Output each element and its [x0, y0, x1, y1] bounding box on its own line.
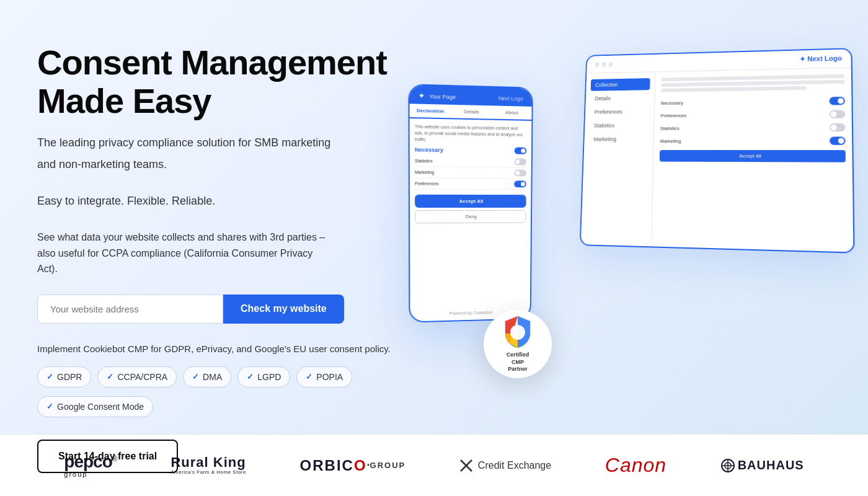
check-icon: ✓ [306, 372, 312, 381]
badge-lgpd: ✓ LGPD [237, 366, 290, 388]
compliance-badges-row2: ✓ Google Consent Mode [37, 396, 397, 417]
tablet-toggle-statistics: Statistics [660, 121, 846, 135]
credit-exchange-icon [459, 459, 473, 472]
phone-site-label: Your Page [429, 93, 456, 100]
website-checker: Check my website [37, 294, 397, 324]
phone-tabs: Declaration Details About [410, 104, 532, 121]
implement-text: Implement Cookiebot CMP for GDPR, ePriva… [37, 343, 397, 354]
tablet-nav-details[interactable]: Details [590, 92, 650, 104]
tablet-nav-marketing[interactable]: Marketing [589, 133, 649, 146]
tablet-text-lines [661, 74, 845, 92]
tagline2: and non-marketing teams. [37, 156, 397, 173]
badge-dma: ✓ DMA [183, 366, 231, 388]
badge-label-dma: DMA [203, 372, 222, 382]
preferences-toggle[interactable] [514, 181, 526, 188]
phone-necessary-section: Necessary Statistics Marketing Preferenc… [415, 146, 526, 190]
phone-necessary-title: Necessary [415, 146, 443, 153]
phone-logo-right: Next Logo [498, 95, 523, 102]
phone-section-header: Necessary [415, 146, 526, 154]
tablet-body: Collection Details Preferences Statistic… [581, 68, 853, 248]
check-icon: ✓ [46, 372, 53, 381]
tablet-main: Necessary Preferences Statistics Marketi… [652, 68, 853, 248]
check-icon: ✓ [46, 402, 53, 411]
dot1 [595, 62, 600, 67]
badge-popia: ✓ POPIA [296, 366, 352, 388]
phone-toggle-row1: Statistics [415, 156, 526, 168]
dot2 [601, 62, 606, 67]
toggle-label: Preferences [415, 182, 438, 186]
badge-label-gdpr: GDPR [57, 372, 82, 382]
tablet-toggle-marketing: Marketing [660, 134, 845, 148]
hero-title: Consent Management Made Easy [37, 43, 397, 120]
phone-mockup: ✦ Your Page Next Logo Declaration Detail… [408, 84, 533, 322]
badge-label-lgpd: LGPD [257, 372, 281, 382]
svg-point-0 [510, 325, 525, 340]
phone-logo: ✦ [418, 92, 424, 100]
logo-bauhaus: BAUHAUS [720, 458, 804, 473]
phone-toggle-row3: Preferences [415, 179, 526, 190]
check-icon: ✓ [192, 372, 199, 381]
marketing-toggle[interactable] [830, 136, 846, 144]
bauhaus-label: BAUHAUS [738, 458, 804, 472]
tab-about[interactable]: About [492, 105, 532, 120]
canon-text: Canon [605, 454, 666, 477]
bauhaus-text: BAUHAUS [720, 458, 804, 473]
preferences-toggle[interactable] [830, 110, 845, 118]
tablet-mockup: ✦ Next Logo Collection Details Preferenc… [580, 48, 855, 254]
compliance-badges-row1: ✓ GDPR ✓ CCPA/CPRA ✓ DMA ✓ LGPD ✓ POPIA [37, 366, 397, 388]
cmp-text: Certified CMP Partner [507, 352, 529, 373]
cmp-shield-icon [502, 315, 533, 349]
statistics-toggle[interactable] [514, 159, 526, 166]
toggle-label: Statistics [415, 159, 433, 163]
trial-button[interactable]: Start 14-day free trial [37, 440, 178, 473]
phone-toggle-row2: Marketing [415, 167, 526, 179]
necessary-toggle[interactable] [515, 148, 527, 154]
powered-by-label: Powered by Cookiebot [450, 310, 492, 316]
tablet-nav-statistics[interactable]: Statistics [589, 119, 649, 131]
badge-label-ccpa: CCPA/CPRA [117, 372, 167, 382]
phone-deny-button[interactable]: Deny [415, 210, 526, 223]
phone-header: ✦ Your Page Next Logo [409, 85, 531, 107]
tab-declaration[interactable]: Declaration [410, 104, 451, 119]
toggle-label: Necessary [661, 100, 683, 106]
necessary-toggle[interactable] [830, 97, 845, 105]
tablet-nav-collection[interactable]: Collection [591, 78, 650, 91]
check-icon: ✓ [107, 372, 113, 381]
tablet-toggle-preferences: Preferences [660, 107, 845, 122]
bauhaus-icon [720, 458, 735, 473]
toggle-label: Statistics [660, 126, 680, 131]
statistics-toggle[interactable] [830, 123, 846, 131]
credit-exchange-text: Credit Exchange [478, 460, 551, 471]
badge-gdpr: ✓ GDPR [37, 366, 91, 388]
logo-canon: Canon [605, 454, 666, 477]
tablet-dots [595, 62, 613, 67]
badge-google-consent: ✓ Google Consent Mode [37, 396, 153, 417]
tagline1: The leading privacy compliance solution … [37, 135, 397, 151]
phone-accept-all-button[interactable]: Accept All [415, 195, 526, 208]
toggle-label: Marketing [415, 170, 434, 175]
badge-ccpa: ✓ CCPA/CPRA [97, 366, 177, 388]
badge-label-popia: POPIA [316, 372, 343, 382]
tagline3: Easy to integrate. Flexible. Reliable. [37, 193, 397, 210]
toggle-label: Marketing [660, 138, 681, 144]
right-panel: ✦ Your Page Next Logo Declaration Detail… [384, 37, 831, 397]
check-icon: ✓ [247, 372, 254, 381]
phone-intro-text: This website uses cookies to personalize… [415, 123, 527, 144]
tab-details[interactable]: Details [451, 105, 492, 119]
tablet-accept-button[interactable]: Accept All [660, 150, 846, 162]
website-input[interactable] [37, 294, 223, 324]
left-panel: Consent Management Made Easy The leading… [37, 37, 397, 473]
badge-label-google: Google Consent Mode [57, 402, 144, 412]
text-line [661, 86, 807, 92]
check-website-button[interactable]: Check my website [223, 294, 344, 324]
tablet-logo: ✦ Next Logo [800, 55, 842, 64]
logo-credit-exchange: Credit Exchange [459, 459, 551, 472]
phone-body: This website uses cookies to personalize… [410, 118, 532, 229]
dot3 [608, 62, 613, 67]
toggle-label: Preferences [660, 113, 686, 118]
description: See what data your website collects and … [37, 229, 335, 277]
tablet-nav-preferences[interactable]: Preferences [590, 105, 650, 118]
marketing-toggle[interactable] [514, 170, 526, 177]
tablet-sidebar: Collection Details Preferences Statistic… [581, 72, 655, 242]
cmp-badge: Certified CMP Partner [484, 310, 552, 378]
